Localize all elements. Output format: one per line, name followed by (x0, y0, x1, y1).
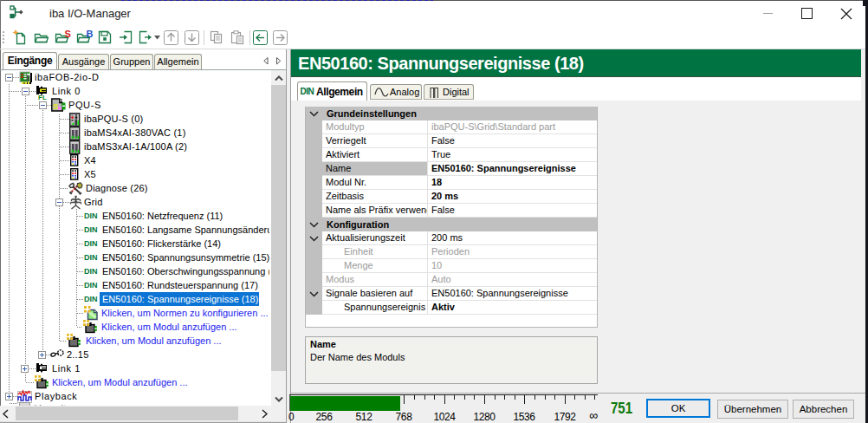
svg-text:B: B (87, 29, 94, 39)
svg-text:FL: FL (38, 94, 47, 101)
svg-text:S: S (53, 102, 58, 111)
svg-text:S: S (65, 29, 71, 39)
